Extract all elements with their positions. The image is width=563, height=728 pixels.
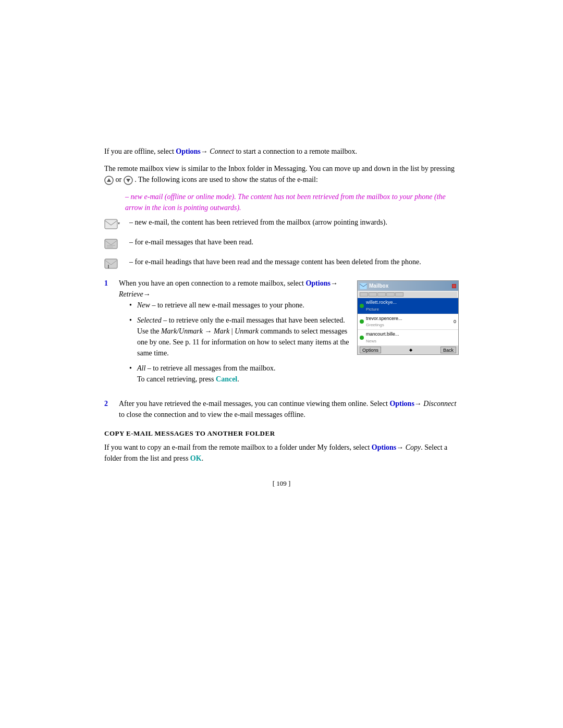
- mailbox-row-3-dot: [360, 336, 364, 340]
- mailbox-row-1-name: willett.rockye... Picture: [366, 299, 456, 313]
- copy-period: .: [202, 454, 204, 462]
- copy-ok[interactable]: OK: [190, 454, 202, 462]
- mailbox-row-3-sub: News: [366, 338, 456, 344]
- bullet-unmark: Unmark: [235, 327, 259, 335]
- page: If you are offline, select Options→ Conn…: [104, 0, 459, 728]
- toolbar-btn-5[interactable]: [395, 292, 403, 297]
- step-2-options[interactable]: Options: [389, 400, 414, 408]
- copy-options[interactable]: Options: [372, 443, 396, 451]
- copy-paragraph: If you want to copy an e-mail from the r…: [104, 442, 459, 464]
- mailbox-title-left: Mailbox: [360, 282, 388, 290]
- mailbox-title: Mailbox: [369, 282, 388, 290]
- heading-deleted-text: – for e-mail headings that have been rea…: [129, 258, 421, 266]
- options-link-1[interactable]: Options: [176, 147, 200, 155]
- step-1-arrow: →: [331, 279, 338, 287]
- email-read-icon-area: [104, 238, 125, 253]
- cancel-label[interactable]: Cancel: [216, 375, 237, 383]
- step-1-content: When you have an open connection to a re…: [119, 278, 459, 391]
- step-1-inline: When you have an open connection to a re…: [119, 278, 459, 391]
- step-1-retrieve[interactable]: Retrieve: [119, 290, 143, 298]
- mailbox-titlebar: Mailbox: [358, 281, 458, 291]
- mailbox-row-3[interactable]: mancourt.bille... News: [358, 330, 458, 346]
- bullet-new-desc: – to retrieve all new e-mail messages to…: [150, 301, 304, 309]
- step-2-arrow: →: [414, 400, 422, 408]
- bullet-mark-arrow: →: [203, 327, 214, 335]
- intro-rest-1: to start a connection to a remote mailbo…: [234, 147, 357, 155]
- step-1-text-1: When you have an open connection to a re…: [119, 279, 305, 287]
- mailbox-row-2-dot: [360, 319, 364, 324]
- mailbox-row-2-name: trevor.spencere... Greetings: [366, 315, 454, 329]
- bullet-sep: |: [229, 327, 235, 335]
- bullet-selected-label: Selected: [137, 316, 162, 324]
- copy-text-1: If you want to copy an e-mail from the r…: [104, 443, 372, 451]
- connect-link[interactable]: Connect: [208, 147, 234, 155]
- intro-paragraph-2: The remote mailbox view is similar to th…: [104, 163, 459, 185]
- mailbox-footer-divider: ◆: [409, 347, 412, 353]
- bullet-selected-item: Selected – to retrieve only the e-mail m…: [129, 315, 349, 359]
- scroll-up-icon: [104, 176, 114, 185]
- bullet-all-desc: – to retrieve all messages from the mail…: [145, 364, 275, 372]
- toolbar-btn-4[interactable]: [386, 292, 395, 297]
- mailbox-row-1[interactable]: willett.rockye... Picture: [358, 298, 458, 314]
- svg-rect-11: [360, 283, 367, 289]
- or-text: or: [116, 176, 124, 183]
- email-retrieved-icon-area: [104, 218, 125, 233]
- svg-marker-5: [118, 223, 120, 225]
- step-1: 1 When you have an open connection to a …: [104, 278, 459, 391]
- step-1-number: 1: [104, 278, 115, 391]
- step-2-content: After you have retrieved the e-mail mess…: [119, 398, 459, 420]
- intro-text-2: The remote mailbox view is similar to th…: [104, 165, 455, 172]
- email-retrieved-icon: [104, 218, 120, 231]
- intro-text-1: If you are offline, select: [104, 147, 176, 155]
- bullet-new-item: New – to retrieve all new e-mail message…: [129, 300, 349, 311]
- step-2-number: 2: [104, 398, 115, 420]
- mailbox-row-1-dot: [360, 304, 364, 308]
- copy-arrow: →: [396, 443, 403, 451]
- intro-paragraph-1: If you are offline, select Options→ Conn…: [104, 146, 459, 157]
- copy-heading: COPY E-MAIL MESSAGES TO ANOTHER FOLDER: [104, 429, 459, 438]
- step-2: 2 After you have retrieved the e-mail me…: [104, 398, 459, 420]
- email-heading-deleted-icon-area: [104, 258, 125, 273]
- step-1-text: When you have an open connection to a re…: [119, 278, 349, 391]
- step-1-bullets: New – to retrieve all new e-mail message…: [129, 300, 349, 385]
- mailbox-options-button[interactable]: Options: [360, 347, 381, 353]
- toolbar-btn-3[interactable]: [377, 292, 386, 297]
- copy-copy[interactable]: Copy: [403, 443, 421, 451]
- svg-marker-3: [126, 179, 130, 182]
- new-email-retrieved-text: – new e-mail, the content has been retri…: [129, 218, 387, 227]
- step-2-rest: to close the connection and to view the …: [119, 411, 305, 418]
- intro-text-2c: . The following icons are used to show t…: [134, 176, 318, 183]
- cancel-period: .: [237, 375, 239, 383]
- cancel-text: To cancel retrieving, press: [137, 375, 216, 383]
- scroll-down-icon: [124, 176, 133, 185]
- mailbox-back-button[interactable]: Back: [440, 347, 456, 353]
- bullet-read: – for e-mail messages that have been rea…: [104, 238, 459, 253]
- mailbox-row-2[interactable]: trevor.spencere... Greetings 0: [358, 314, 458, 330]
- email-heading-deleted-icon: [104, 258, 120, 270]
- step-2-disconnect[interactable]: Disconnect: [422, 400, 456, 408]
- mailbox-row-1-sub: Picture: [366, 306, 456, 313]
- step-1-options[interactable]: Options: [305, 279, 330, 287]
- mailbox-close-btn[interactable]: [452, 284, 456, 288]
- intro-arrow-1: →: [201, 147, 208, 155]
- mailbox-screenshot: Mailbox: [357, 280, 459, 355]
- svg-marker-1: [107, 178, 111, 182]
- read-text: – for e-mail messages that have been rea…: [129, 238, 253, 246]
- toolbar-btn-1[interactable]: [360, 292, 368, 297]
- mailbox-title-controls: [452, 284, 456, 288]
- mailbox-row-3-name: mancourt.bille... News: [366, 331, 456, 344]
- page-number: [ 109 ]: [104, 479, 459, 488]
- toolbar-btn-2[interactable]: [369, 292, 377, 297]
- bullet-new-email: – new e-mail (offline or online mode). T…: [125, 191, 459, 213]
- mailbox-toolbar-inner: [359, 292, 457, 297]
- new-email-text: – new e-mail (offline or online mode). T…: [125, 193, 446, 212]
- bullet-all-label: All: [137, 364, 145, 372]
- svg-rect-4: [105, 219, 117, 229]
- mailbox-toolbar: [358, 291, 458, 298]
- mailbox-title-icon: [360, 283, 367, 289]
- mailbox-footer: Options ◆ Back: [358, 346, 458, 354]
- email-read-icon: [104, 238, 120, 251]
- mailbox-row-2-sub: Greetings: [366, 322, 454, 328]
- bullet-mark: Mark: [214, 327, 229, 335]
- bullet-mark-unmark: Mark/Unmark: [161, 327, 203, 335]
